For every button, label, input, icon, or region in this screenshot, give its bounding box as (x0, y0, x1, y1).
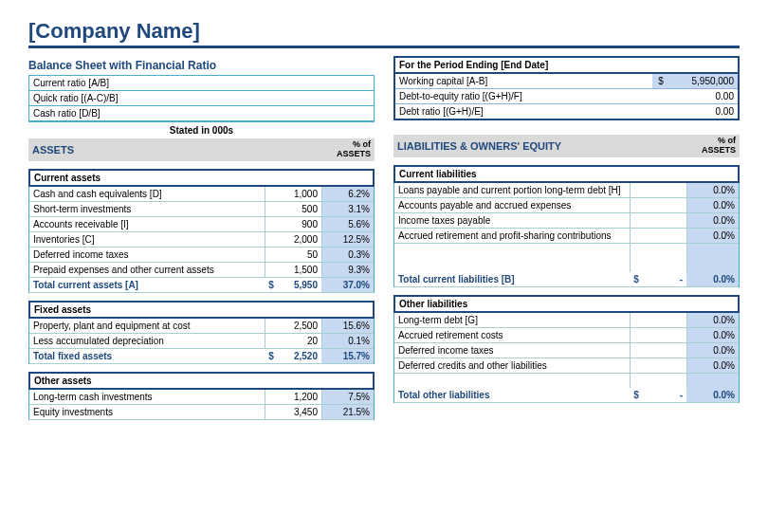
row-pct: 0.0% (686, 358, 739, 373)
row-pct: 7.5% (321, 390, 374, 404)
total-pct: 15.7% (321, 349, 374, 363)
row-value: 500 (265, 202, 321, 216)
liab-header-label: LIABILITIES & OWNERS' EQUITY (393, 135, 683, 157)
other-assets-table: Long-term cash investments1,2007.5% Equi… (28, 390, 375, 420)
total-pct: 0.0% (686, 388, 739, 402)
row-label: Long-term debt [G] (394, 313, 630, 327)
row-label: Short-term investments (29, 202, 265, 216)
current-assets-table: Cash and cash equivalents [D]1,0006.2% S… (28, 187, 375, 293)
row-pct: 0.0% (686, 198, 739, 212)
pct-header: % of ASSETS (683, 135, 740, 157)
row-value: 900 (265, 217, 321, 231)
row-label: Property, plant and equipment at cost (29, 319, 265, 333)
sheet-subtitle: Balance Sheet with Financial Ratio (28, 56, 375, 75)
row-pct: 12.5% (321, 232, 374, 247)
row-pct: 0.0% (686, 313, 739, 327)
row-label: Deferred income taxes (29, 248, 265, 262)
total-pct: 0.0% (686, 272, 739, 286)
row-label: Accrued retirement and profit-sharing co… (394, 229, 630, 243)
total-pct: 37.0% (321, 278, 374, 292)
row-pct: 0.3% (321, 248, 374, 262)
row-pct: 3.1% (321, 202, 374, 216)
row-label: Accounts receivable [I] (29, 217, 265, 231)
row-pct: 15.6% (321, 319, 374, 333)
pct-header: % of ASSETS (318, 138, 375, 161)
total-label: Total other liabilities (394, 388, 630, 402)
other-assets-header: Other assets (28, 372, 375, 390)
row-value: 1,200 (265, 390, 321, 404)
cur-symbol: $ (652, 74, 669, 88)
row-label: Long-term cash investments (29, 390, 265, 404)
row-label: Accounts payable and accrued expenses (394, 198, 630, 212)
row-label: Loans payable and current portion long-t… (394, 183, 630, 197)
row-pct: 21.5% (321, 405, 374, 419)
company-title: [Company Name] (28, 19, 740, 48)
row-label: Deferred credits and other liabilities (394, 358, 630, 373)
current-assets-header: Current assets (28, 169, 375, 187)
row-value (630, 328, 686, 342)
stated-label: Stated in 000s (28, 122, 375, 138)
cur-symbol: $ (265, 349, 278, 363)
current-liab-table: Loans payable and current portion long-t… (393, 183, 740, 287)
row-value (630, 313, 686, 327)
row-pct: 0.0% (686, 343, 739, 358)
ratio-value (317, 91, 374, 105)
liabilities-header: LIABILITIES & OWNERS' EQUITY % of ASSETS (393, 135, 740, 157)
row-label: Less accumulated depreciation (29, 334, 265, 348)
total-label: Total fixed assets (29, 349, 265, 363)
row-value (630, 198, 686, 212)
current-liab-header: Current liabilities (393, 165, 740, 183)
total-value: 5,950 (278, 278, 321, 292)
ratio-value (317, 106, 374, 120)
row-value: 50 (265, 248, 321, 262)
ratio-value (317, 76, 374, 90)
row-value (630, 358, 686, 373)
row-label: Prepaid expenses and other current asset… (29, 263, 265, 277)
assets-header-label: ASSETS (28, 138, 318, 161)
row-value (630, 229, 686, 243)
other-liab-table: Long-term debt [G]0.0% Accrued retiremen… (393, 313, 740, 403)
cur-symbol: $ (265, 278, 278, 292)
row-pct: 0.1% (321, 334, 374, 348)
cur-symbol: $ (630, 388, 643, 402)
row-pct: 9.3% (321, 263, 374, 277)
left-ratio-box: Current ratio [A/B] Quick ratio [(A-C)/B… (28, 75, 375, 122)
period-label: For the Period Ending [End Date] (395, 58, 738, 72)
total-label: Total current assets [A] (29, 278, 265, 292)
row-label: Inventories [C] (29, 232, 265, 247)
ratio-label: Cash ratio [D/B] (29, 106, 317, 120)
ratio-label: Working capital [A-B] (395, 74, 652, 88)
row-pct: 6.2% (321, 187, 374, 201)
ratio-value: 0.00 (652, 89, 738, 103)
assets-header: ASSETS % of ASSETS (28, 138, 375, 161)
row-value: 20 (265, 334, 321, 348)
total-value: - (643, 388, 686, 402)
row-value (630, 343, 686, 358)
row-value (630, 213, 686, 228)
total-value: - (643, 272, 686, 286)
row-value (630, 183, 686, 197)
total-label: Total current liabilities [B] (394, 272, 630, 286)
row-label: Income taxes payable (394, 213, 630, 228)
total-value: 2,520 (278, 349, 321, 363)
row-value: 1,000 (265, 187, 321, 201)
ratio-label: Current ratio [A/B] (29, 76, 317, 90)
row-value: 1,500 (265, 263, 321, 277)
row-value: 3,450 (265, 405, 321, 419)
fixed-assets-table: Property, plant and equipment at cost2,5… (28, 319, 375, 364)
fixed-assets-header: Fixed assets (28, 301, 375, 319)
row-pct: 0.0% (686, 183, 739, 197)
ratio-value: 0.00 (652, 104, 738, 119)
row-label: Deferred income taxes (394, 343, 630, 358)
cur-symbol: $ (630, 272, 643, 286)
period-box: For the Period Ending [End Date] Working… (393, 56, 740, 120)
ratio-value: 5,950,000 (669, 74, 738, 88)
other-liab-header: Other liabilities (393, 295, 740, 313)
row-label: Equity investments (29, 405, 265, 419)
row-pct: 0.0% (686, 328, 739, 342)
row-label: Accrued retirement costs (394, 328, 630, 342)
row-value: 2,500 (265, 319, 321, 333)
ratio-label: Debt ratio [(G+H)/E] (395, 104, 652, 119)
ratio-label: Quick ratio [(A-C)/B] (29, 91, 317, 105)
row-pct: 0.0% (686, 213, 739, 228)
